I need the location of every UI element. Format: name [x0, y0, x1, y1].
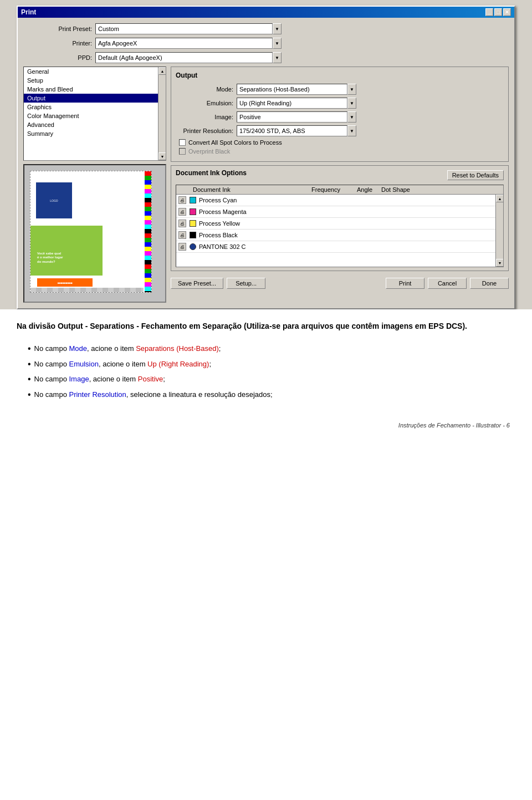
convert-checkbox-row: Convert All Spot Colors to Process: [179, 139, 504, 146]
print-preset-container: Custom ▼: [95, 23, 509, 34]
printer-dropdown[interactable]: Agfa ApogeeX: [95, 38, 273, 49]
main-description: Na divisão Output - Separations - Fecham…: [17, 320, 515, 332]
nav-item-general[interactable]: General: [24, 67, 166, 76]
ink-name-pantone: PANTONE 302 C: [199, 243, 288, 250]
row-print-icon: 🖨: [178, 208, 186, 216]
table-row[interactable]: 🖨 Process Black: [176, 230, 503, 241]
emulsion-label: Emulsion:: [176, 100, 237, 106]
ppd-arrow[interactable]: ▼: [273, 52, 282, 63]
nav-item-marks[interactable]: Marks and Bleed: [24, 85, 166, 94]
emulsion-dropdown[interactable]: Up (Right Reading): [237, 98, 347, 109]
print-preset-row: Print Preset: Custom ▼: [23, 23, 509, 34]
image-dropdown[interactable]: Positive: [237, 111, 347, 123]
ink-table: Document Ink Frequency Angle Dot Shape 🖨: [176, 185, 504, 267]
ppd-label: PPD:: [23, 54, 95, 61]
mode-arrow[interactable]: ▼: [347, 84, 356, 95]
ink-scroll-down[interactable]: ▼: [496, 259, 503, 267]
save-preset-button[interactable]: Save Preset...: [171, 278, 223, 289]
print-preset-dropdown[interactable]: Custom: [95, 23, 273, 34]
image-link[interactable]: Image: [69, 375, 89, 383]
ink-col-dot-shape: Dot Shape: [381, 186, 426, 193]
preview-button-elem: ■■■■■■■■■: [37, 278, 93, 287]
content-area: Na divisão Output - Separations - Fecham…: [0, 309, 532, 800]
image-value: Positive: [239, 114, 261, 120]
ink-scroll-up[interactable]: ▲: [496, 195, 503, 202]
cancel-button[interactable]: Cancel: [428, 278, 467, 289]
nav-scrollbar: ▲ ▼: [158, 67, 166, 160]
ink-options-title: Document Ink Options: [176, 169, 247, 177]
preview-btn-text: ■■■■■■■■■: [57, 281, 72, 284]
printer-res-link[interactable]: Printer Resolution: [69, 390, 126, 399]
nav-item-color-mgmt[interactable]: Color Management: [24, 111, 166, 120]
image-arrow[interactable]: ▼: [347, 111, 356, 123]
printer-res-row: Printer Resolution: 175/2400 STD, AS, AB…: [176, 125, 504, 136]
table-row[interactable]: 🖨 Process Magenta: [176, 206, 503, 218]
nav-list: General Setup Marks and Bleed Output Gra…: [23, 67, 166, 161]
overprint-checkbox[interactable]: [179, 148, 186, 155]
table-row[interactable]: 🖨 Process Cyan: [176, 195, 503, 206]
print-button[interactable]: Print: [386, 278, 424, 289]
preview-blue-block: LOGO: [36, 182, 72, 218]
row-print-icon: 🖨: [178, 243, 186, 251]
emulsion-value: Up (Right Reading): [239, 100, 291, 106]
output-section-title: Output: [176, 72, 504, 79]
left-buttons: Save Preset... Setup...: [171, 278, 265, 289]
row-print-icon: 🖨: [178, 196, 186, 204]
done-button[interactable]: Done: [470, 278, 509, 289]
nav-item-graphics[interactable]: Graphics: [24, 103, 166, 111]
mode-link[interactable]: Mode: [69, 344, 87, 353]
table-row[interactable]: 🖨 Process Yellow: [176, 218, 503, 230]
print-dialog: Print _ □ ✕ Print Preset: Custom ▼: [17, 6, 515, 309]
print-preset-arrow[interactable]: ▼: [273, 23, 282, 34]
preview-color-strips: [145, 171, 151, 292]
preview-bottom-strip: [30, 288, 144, 292]
footer-text: Instruções de Fechamento - Illustrator -…: [17, 422, 515, 429]
ppd-container: Default (Agfa ApogeeX) ▼: [95, 52, 509, 63]
printer-arrow[interactable]: ▼: [273, 38, 282, 49]
emulsion-link[interactable]: Emulsion: [69, 360, 98, 368]
right-buttons: Print Cancel Done: [386, 278, 509, 289]
ppd-dropdown[interactable]: Default (Agfa ApogeeX): [95, 52, 273, 63]
bullet-dot: •: [28, 374, 31, 384]
printer-res-arrow[interactable]: ▼: [347, 125, 356, 136]
printer-res-label: Printer Resolution:: [176, 128, 237, 134]
table-row[interactable]: 🖨 PANTONE 302 C: [176, 241, 503, 253]
nav-item-advanced[interactable]: Advanced: [24, 120, 166, 129]
mode-dropdown[interactable]: Separations (Host-Based): [237, 84, 347, 95]
maximize-button[interactable]: □: [494, 8, 502, 16]
nav-item-setup[interactable]: Setup: [24, 76, 166, 85]
title-bar: Print _ □ ✕: [18, 7, 514, 18]
scroll-up-button[interactable]: ▲: [158, 67, 166, 75]
preview-inner: LOGO Você sabe qualé o melhor lugardo mu…: [30, 171, 152, 293]
dialog-title: Print: [21, 8, 36, 16]
bullet-list: • No campo Mode, acione o item Separatio…: [28, 343, 515, 400]
ink-col-angle: Angle: [348, 186, 381, 193]
preview-green-block: [30, 226, 103, 276]
ink-table-header: Document Ink Frequency Angle Dot Shape: [176, 185, 503, 195]
printer-value: Agfa ApogeeX: [98, 40, 137, 47]
nav-item-output[interactable]: Output: [24, 94, 166, 103]
row-print-icon: 🖨: [178, 231, 186, 239]
mode-label: Mode:: [176, 86, 237, 93]
mode-row: Mode: Separations (Host-Based) ▼: [176, 84, 504, 95]
emulsion-row: Emulsion: Up (Right Reading) ▼: [176, 98, 504, 109]
image-row: Image: Positive ▼: [176, 111, 504, 123]
printer-res-dropdown[interactable]: 175/2400 STD, AS, ABS: [237, 125, 347, 136]
emulsion-arrow[interactable]: ▼: [347, 98, 356, 109]
overprint-checkbox-row: Overprint Black: [179, 148, 504, 155]
scroll-down-button[interactable]: ▼: [158, 152, 166, 160]
nav-item-summary[interactable]: Summary: [24, 129, 166, 138]
ppd-row: PPD: Default (Agfa ApogeeX) ▼: [23, 52, 509, 63]
bullet-text-3: No campo Image, acione o item Positive;: [34, 374, 165, 385]
bullet-dot: •: [28, 359, 31, 369]
emulsion-highlight: Up (Right Reading): [147, 360, 209, 368]
reset-defaults-button[interactable]: Reset to Defaults: [447, 170, 504, 180]
printer-res-value: 175/2400 STD, AS, ABS: [239, 128, 305, 134]
cyan-swatch: [190, 197, 196, 203]
close-button[interactable]: ✕: [503, 8, 511, 16]
minimize-button[interactable]: _: [485, 8, 493, 16]
setup-button[interactable]: Setup...: [227, 278, 265, 289]
main-area: General Setup Marks and Bleed Output Gra…: [23, 67, 509, 303]
convert-checkbox[interactable]: [179, 139, 186, 146]
ink-name-black: Process Black: [199, 232, 288, 238]
